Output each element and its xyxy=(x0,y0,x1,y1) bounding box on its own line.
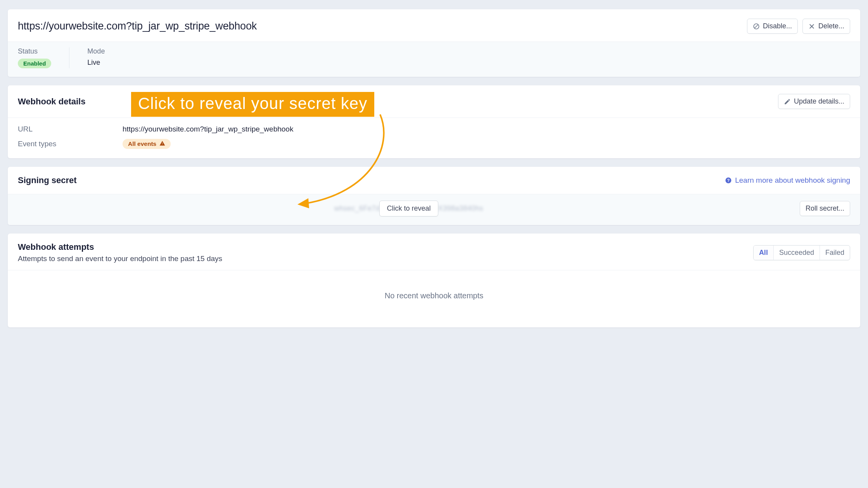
attempts-empty-message: No recent webhook attempts xyxy=(8,270,860,327)
filter-failed-button[interactable]: Failed xyxy=(820,246,850,260)
webhook-attempts-title: Webhook attempts xyxy=(18,242,222,252)
disable-button[interactable]: Disable... xyxy=(747,19,798,34)
update-details-button[interactable]: Update details... xyxy=(778,94,850,109)
svg-line-1 xyxy=(754,24,758,28)
close-icon xyxy=(808,23,815,30)
filter-all-button[interactable]: All xyxy=(754,246,773,260)
learn-more-link[interactable]: ? Learn more about webhook signing xyxy=(725,176,850,185)
delete-button[interactable]: Delete... xyxy=(802,19,850,34)
roll-secret-label: Roll secret... xyxy=(806,204,844,213)
disable-button-label: Disable... xyxy=(763,22,792,30)
signing-secret-title: Signing secret xyxy=(18,175,77,185)
click-to-reveal-button[interactable]: Click to reveal xyxy=(379,201,438,216)
attempts-filter: All Succeeded Failed xyxy=(753,245,850,260)
webhook-header-card: https://yourwebsite.com?tip_jar_wp_strip… xyxy=(8,9,860,77)
disable-icon xyxy=(753,23,760,30)
webhook-attempts-subtitle: Attempts to send an event to your endpoi… xyxy=(18,254,222,263)
status-badge: Enabled xyxy=(18,59,51,68)
webhook-details-title: Webhook details xyxy=(18,97,85,107)
filter-succeeded-button[interactable]: Succeeded xyxy=(773,246,820,260)
status-label: Status xyxy=(18,47,51,55)
event-types-badge: All events xyxy=(123,139,171,149)
learn-more-label: Learn more about webhook signing xyxy=(735,176,850,185)
help-icon: ? xyxy=(725,177,732,184)
roll-secret-button[interactable]: Roll secret... xyxy=(800,201,850,216)
update-details-label: Update details... xyxy=(794,97,844,106)
webhook-attempts-card: Webhook attempts Attempts to send an eve… xyxy=(8,234,860,327)
delete-button-label: Delete... xyxy=(818,22,844,30)
mode-label: Mode xyxy=(87,47,105,55)
url-value: https://yourwebsite.com?tip_jar_wp_strip… xyxy=(123,125,293,133)
mode-value: Live xyxy=(87,59,105,67)
warning-icon xyxy=(159,140,165,147)
pencil-icon xyxy=(784,98,791,105)
annotation-banner: Click to reveal your secret key xyxy=(131,92,374,117)
event-types-value: All events xyxy=(128,140,156,147)
webhook-url-title: https://yourwebsite.com?tip_jar_wp_strip… xyxy=(18,20,257,32)
event-types-label: Event types xyxy=(18,140,123,148)
signing-secret-card: Signing secret ? Learn more about webhoo… xyxy=(8,167,860,225)
url-label: URL xyxy=(18,125,123,133)
svg-text:?: ? xyxy=(727,178,730,183)
